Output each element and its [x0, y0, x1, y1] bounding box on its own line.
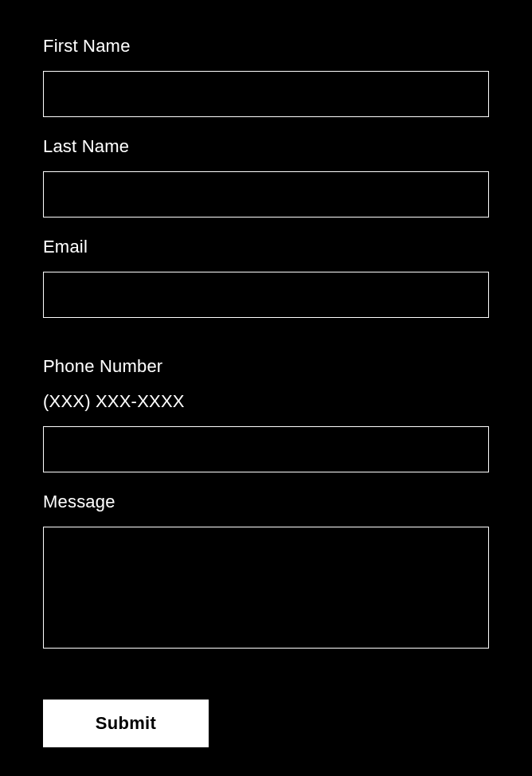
message-label: Message	[43, 492, 489, 512]
message-input[interactable]	[43, 527, 489, 649]
first-name-input[interactable]	[43, 71, 489, 117]
last-name-field: Last Name	[43, 136, 489, 218]
message-field: Message	[43, 492, 489, 652]
phone-hint: (XXX) XXX-XXXX	[43, 391, 489, 412]
first-name-field: First Name	[43, 36, 489, 117]
last-name-input[interactable]	[43, 171, 489, 218]
phone-input[interactable]	[43, 426, 489, 472]
first-name-label: First Name	[43, 36, 489, 57]
contact-form: First Name Last Name Email Phone Number …	[43, 36, 489, 747]
email-label: Email	[43, 237, 489, 257]
phone-field: Phone Number (XXX) XXX-XXXX	[43, 356, 489, 472]
email-input[interactable]	[43, 272, 489, 318]
submit-button[interactable]: Submit	[43, 700, 209, 747]
phone-label: Phone Number	[43, 356, 489, 377]
email-field: Email	[43, 237, 489, 318]
last-name-label: Last Name	[43, 136, 489, 157]
